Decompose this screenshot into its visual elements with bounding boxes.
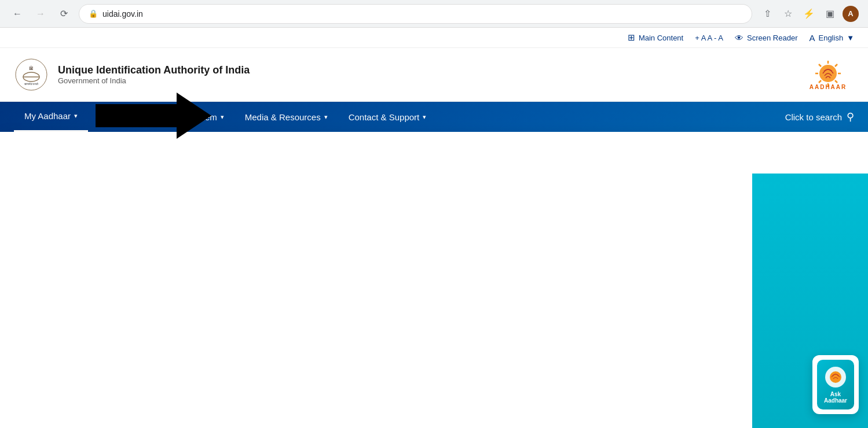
browser-actions: ⇧ ☆ ⚡ ▣ A	[759, 6, 859, 22]
svg-line-13	[819, 80, 821, 83]
svg-line-12	[835, 64, 837, 67]
browser-bar: ← → ⟳ 🔒 uidai.gov.in ⇧ ☆ ⚡ ▣ A	[0, 0, 868, 28]
nav-item-about-uidai[interactable]: About UIDAI ▾	[88, 102, 164, 132]
chevron-down-icon: ▾	[74, 112, 78, 120]
extensions-icon[interactable]: ⚡	[801, 6, 817, 22]
chevron-down-icon: ▾	[221, 113, 224, 121]
search-icon: ⚲	[847, 110, 854, 123]
main-navigation: My Aadhaar ▾ About UIDAI ▾ Ecosystem ▾ M…	[0, 102, 868, 132]
header-left: 🏛 सत्यमेव जयते Unique Identification Aut…	[14, 57, 250, 92]
accessibility-bar: ⊞ Main Content + A A - A 👁 Screen Reader…	[0, 28, 868, 48]
share-icon[interactable]: ⇧	[759, 6, 775, 22]
nav-item-contact-support[interactable]: Contact & Support ▾	[338, 102, 437, 132]
gov-name: Government of India	[58, 76, 250, 85]
svg-text:सत्यमेव जयते: सत्यमेव जयते	[24, 82, 38, 86]
lock-icon: 🔒	[89, 9, 98, 18]
site-header: 🏛 सत्यमेव जयते Unique Identification Aut…	[0, 48, 868, 102]
address-bar[interactable]: 🔒 uidai.gov.in	[79, 4, 752, 24]
chevron-down-icon: ▾	[423, 113, 426, 121]
header-text: Unique Identification Authority of India…	[58, 64, 250, 85]
nav-item-my-aadhaar[interactable]: My Aadhaar ▾	[14, 102, 88, 132]
language-selector[interactable]: A English ▼	[809, 33, 854, 43]
svg-text:AADHAAR: AADHAAR	[810, 84, 847, 90]
window-icon[interactable]: ▣	[822, 6, 838, 22]
forward-button[interactable]: →	[32, 6, 49, 22]
org-name: Unique Identification Authority of India	[58, 64, 250, 76]
url-text: uidai.gov.in	[102, 9, 143, 19]
reload-button[interactable]: ⟳	[56, 6, 72, 22]
grid-icon: ⊞	[628, 32, 635, 43]
search-button[interactable]: Click to search ⚲	[785, 110, 854, 123]
language-icon: A	[809, 33, 815, 43]
emblem: 🏛 सत्यमेव जयते	[14, 57, 49, 92]
aadhaar-logo: AADHAAR	[802, 57, 854, 92]
nav-items: My Aadhaar ▾ About UIDAI ▾ Ecosystem ▾ M…	[14, 102, 437, 132]
chevron-down-icon: ▾	[150, 113, 153, 121]
svg-line-10	[819, 64, 821, 67]
bookmark-icon[interactable]: ☆	[780, 6, 796, 22]
svg-line-11	[835, 80, 837, 83]
profile-avatar[interactable]: A	[843, 6, 859, 22]
back-button[interactable]: ←	[9, 6, 25, 22]
nav-item-ecosystem[interactable]: Ecosystem ▾	[164, 102, 234, 132]
font-size-control[interactable]: + A A - A	[695, 34, 723, 42]
nav-item-media-resources[interactable]: Media & Resources ▾	[235, 102, 338, 132]
chevron-down-icon: ▼	[847, 34, 854, 42]
reader-icon: 👁	[735, 33, 744, 43]
chevron-down-icon: ▾	[324, 113, 328, 121]
screen-reader-link[interactable]: 👁 Screen Reader	[735, 33, 797, 43]
main-content-link[interactable]: ⊞ Main Content	[628, 32, 683, 43]
svg-text:🏛: 🏛	[29, 65, 34, 71]
